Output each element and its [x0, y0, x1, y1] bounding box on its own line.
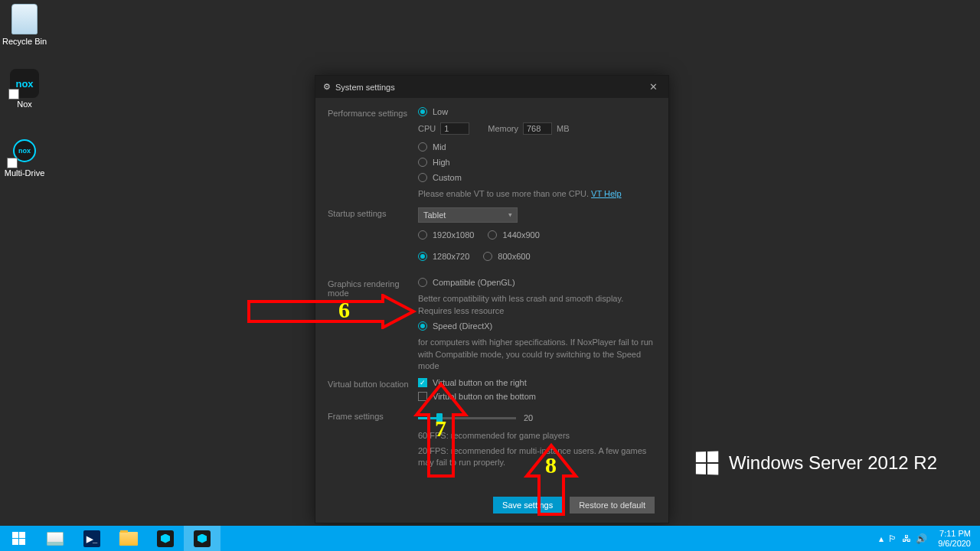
recycle-bin-icon[interactable]: Recycle Bin — [2, 3, 47, 46]
res-1280-radio[interactable]: 980x551 — [418, 252, 469, 261]
compat-hint: Better compatibility with less crash and… — [418, 293, 656, 317]
gfx-label: Graphics rendering mode — [328, 278, 418, 373]
windows-branding: Windows Server 2012 R2 — [695, 452, 937, 474]
fps-hint-60: 60 FPS: recommended for game players — [418, 430, 656, 442]
perf-custom-radio[interactable]: Custom — [418, 173, 656, 182]
windows-logo-icon — [696, 451, 718, 474]
restore-button[interactable]: Restore to default — [570, 497, 655, 514]
start-button[interactable] — [0, 526, 37, 551]
vbtn-bottom-check[interactable]: Virtual button on the bottom — [418, 392, 656, 401]
icon-label: Nox — [2, 99, 47, 109]
gear-icon: ⚙ — [323, 82, 331, 92]
dialog-titlebar[interactable]: ⚙ System settings ✕ — [315, 76, 668, 98]
multidrive-shortcut[interactable]: Multi-Drive — [2, 135, 47, 178]
gfx-speed-radio[interactable]: Speed (DirectX) — [418, 321, 656, 331]
icon-label: Recycle Bin — [2, 37, 47, 46]
vt-help-link[interactable]: VT Help — [591, 189, 622, 198]
system-tray: ▴ 🏳 🖧 🔊 7:11 PM 9/6/2020 — [879, 529, 980, 548]
cpu-input[interactable] — [440, 122, 469, 135]
nox-taskbar-button-2[interactable] — [184, 526, 220, 551]
perf-high-radio[interactable]: High — [418, 158, 656, 167]
file-explorer-button[interactable] — [110, 526, 147, 551]
gfx-compat-radio[interactable]: Compatible (OpenGL) — [418, 278, 656, 287]
perf-mid-radio[interactable]: Mid — [418, 142, 656, 152]
nox-taskbar-button[interactable] — [147, 526, 184, 551]
vt-hint: Please enable VT to use more than one CP… — [418, 188, 656, 200]
close-icon[interactable]: ✕ — [646, 81, 661, 93]
perf-low-radio[interactable]: Low — [418, 107, 656, 116]
res-800-radio[interactable]: 800x600 — [483, 252, 530, 261]
frame-label: Frame settings — [328, 410, 418, 470]
taskbar: ▶_ ▴ 🏳 🖧 🔊 7:11 PM 9/6/2020 — [0, 526, 980, 551]
res-1920-radio[interactable]: 1920x1080 — [418, 230, 474, 240]
icon-label: Multi-Drive — [2, 168, 47, 178]
tray-flag-icon[interactable]: 🏳 — [888, 533, 897, 544]
speed-hint: for computers with higher specifications… — [418, 337, 656, 372]
vbtn-label: Virtual button location — [328, 378, 418, 406]
tray-up-icon[interactable]: ▴ — [879, 533, 884, 544]
taskbar-clock[interactable]: 7:11 PM 9/6/2020 — [933, 529, 975, 548]
memory-input[interactable] — [523, 122, 552, 135]
fps-value: 20 — [524, 413, 533, 422]
res-1440-radio[interactable]: 1440x900 — [488, 230, 539, 240]
perf-label: Performance settings — [328, 107, 418, 201]
fps-slider[interactable] — [418, 417, 516, 419]
tray-sound-icon[interactable]: 🔊 — [916, 533, 927, 544]
tray-network-icon[interactable]: 🖧 — [902, 533, 911, 544]
startup-label: Startup settings — [328, 207, 418, 273]
fps-hint-20: 20 FPS: recommended for multi-instance u… — [418, 445, 656, 469]
nox-shortcut[interactable]: Nox — [2, 69, 47, 109]
powershell-button[interactable]: ▶_ — [74, 526, 110, 551]
dialog-title-text: System settings — [335, 83, 395, 92]
vbtn-right-check[interactable]: Virtual button on the right — [418, 378, 656, 387]
device-select[interactable]: Tablet — [418, 207, 518, 223]
server-manager-button[interactable] — [37, 526, 74, 551]
save-button[interactable]: Save settings — [493, 497, 562, 514]
system-settings-dialog: ⚙ System settings ✕ Performance settings… — [315, 75, 669, 523]
